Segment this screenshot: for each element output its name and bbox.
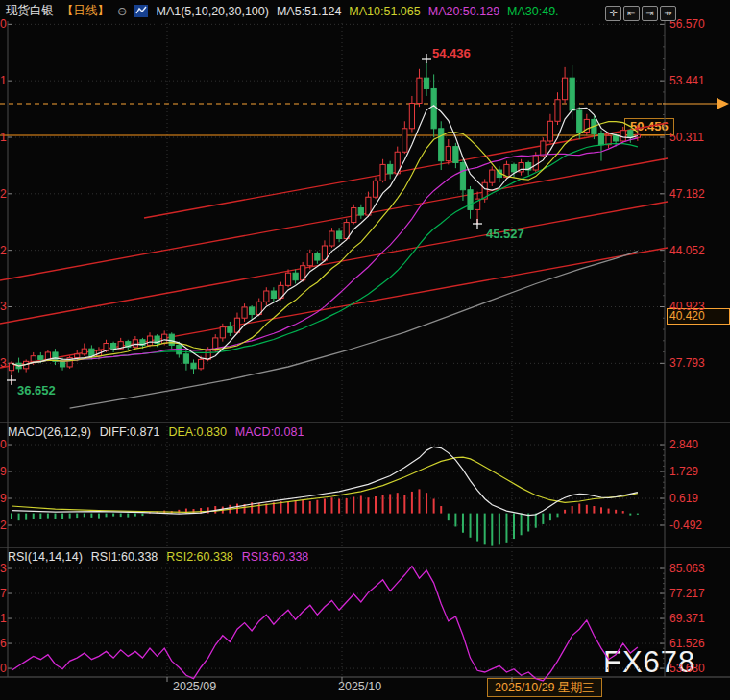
ma5-value: MA5:51.124 bbox=[277, 5, 341, 18]
symbol-title: 现货白银 bbox=[6, 3, 54, 19]
trading-chart-app: 现货白银 【日线】 ⊖ MA1(5,10,20,30,100) MA5:51.1… bbox=[0, 0, 730, 700]
ma30-value: MA30:49. bbox=[507, 5, 559, 18]
pan-icon[interactable]: ✛ bbox=[605, 6, 621, 21]
alert-arrow-icon bbox=[717, 98, 729, 109]
chart-canvas[interactable] bbox=[0, 0, 730, 700]
ma10-value: MA10:51.065 bbox=[349, 5, 420, 18]
fit-left-axis-icon[interactable]: ⇤ bbox=[623, 6, 640, 21]
candlestick-chart-icon bbox=[134, 5, 148, 17]
fit-right-axis-icon[interactable]: ⇥ bbox=[642, 6, 658, 21]
chart-header: 现货白银 【日线】 ⊖ MA1(5,10,20,30,100) MA5:51.1… bbox=[6, 3, 559, 19]
ma-settings-label: MA1(5,10,20,30,100) bbox=[156, 5, 268, 18]
collapse-icon[interactable]: ⊖ bbox=[117, 4, 127, 18]
shift-right-icon[interactable]: ⇸ bbox=[660, 6, 676, 21]
period-tag: 【日线】 bbox=[61, 3, 110, 19]
chart-toolbar: ✛⇤⇥⇸ bbox=[605, 6, 676, 21]
ma20-value: MA20:50.129 bbox=[428, 5, 499, 18]
